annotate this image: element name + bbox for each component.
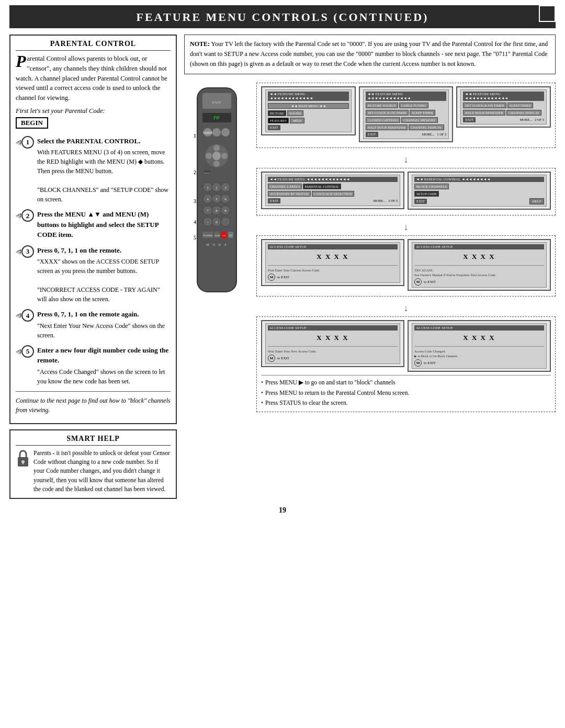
divider [16, 391, 171, 392]
svg-text:8: 8 [216, 209, 218, 213]
svg-text:O: O [213, 243, 216, 246]
tv-f2-row1: SET CLOCK & ON TIMER SLEEP TIMER [463, 103, 544, 108]
screen-row-3: ACCESS CODE SETUP X X X X First Enter Yo… [261, 239, 551, 291]
smart-help-icon [16, 449, 30, 494]
tv-menu-bar-3: ◄◄ FEATURE MENU ◄◄◄◄◄◄◄◄◄◄◄◄ [463, 92, 544, 101]
step2-title: Press the MENU ▲▼ and MENU (M) buttons t… [37, 209, 171, 240]
tv-feature-row-1: PICTURE SOURCE CABLE TUNING [366, 103, 447, 108]
svg-text:7: 7 [207, 209, 209, 213]
step1-circle: 1 [21, 136, 34, 149]
page-header: Feature Menu Controls (Continued) [9, 5, 556, 28]
bullet-1: • Press MENU ▶ to go on and start to "bl… [261, 378, 551, 388]
tv-bottom-row-1: M to EXIT [268, 274, 398, 281]
remote-control-area: RATE PIP TIMER [184, 83, 252, 304]
screen-7-wrap: ACCESS CODE SETUP X X X X TRY AGAIN.See … [408, 239, 551, 291]
step1-details: With FEATURES MENU (3 of 4) on screen, m… [37, 147, 171, 204]
tv-more-2: MORE... 2 OF 5 [519, 118, 544, 121]
tv-exit-3: EXIT [463, 117, 476, 122]
step4-details: "Next Enter Your New Access Code" shows … [37, 321, 171, 340]
svg-text:2: 2 [194, 169, 196, 175]
screens-column: ◄◄ FEATURE MENU ◄◄◄◄◄◄◄◄◄◄◄◄ ◄◄ MAIN MEN… [256, 83, 556, 415]
dashed-row-1: ◄◄ FEATURE MENU ◄◄◄◄◄◄◄◄◄◄◄◄ ◄◄ MAIN MEN… [256, 83, 556, 148]
svg-text:4: 4 [194, 219, 196, 225]
diagram-section: RATE PIP TIMER [184, 83, 556, 415]
smart-help-box: Smart Help Parents - it isn't possible t… [9, 429, 177, 499]
tv-btn-ch-labels: CHANNEL LABELS [268, 184, 302, 189]
step1-title: Select the PARENTAL CONTROL. [37, 136, 171, 146]
svg-text:0: 0 [216, 220, 218, 224]
step5-content: Enter a new four digit number code using… [37, 345, 171, 386]
tv-btn-help: HELP [290, 118, 304, 123]
step-1: ◁ 1 Select the PARENTAL CONTROL. With FE… [16, 136, 171, 204]
parental-box-title: PARENTAL CONTROL [16, 40, 171, 51]
tv-screen-4: ◄◄ FEATURE MENU ◄◄◄◄◄◄◄◄◄◄◄◄ CHANNEL LAB… [261, 172, 404, 209]
tv-bottom-row-4: M to EXIT [414, 359, 544, 367]
tv-btn-features: FEATURES [268, 118, 289, 123]
tv-to-exit-2: to EXIT [424, 280, 436, 284]
step4-circle: 4 [21, 309, 34, 322]
tv-to-exit-1: to EXIT [277, 275, 289, 279]
step5-details: "Access Code Changed" shows on the scree… [37, 367, 171, 386]
svg-text:1: 1 [207, 186, 209, 190]
screen-9-wrap: ACCESS CODE SETUP X X X X Access Code Ch… [408, 320, 551, 372]
tv-btn-half-hr: HALF HOUR REMINDER [366, 124, 408, 130]
tv-screen-4-inner: ◄◄ FEATURE MENU ◄◄◄◄◄◄◄◄◄◄◄◄ CHANNEL LAB… [265, 175, 400, 206]
parental-control-box: PARENTAL CONTROL P arental Control allow… [9, 35, 177, 424]
tv-btn-row-1: PICTURE SOUND [268, 110, 349, 116]
continue-text: Continue to the next page to find out ho… [16, 396, 171, 415]
page-wrapper: Feature Menu Controls (Continued) PARENT… [0, 0, 565, 728]
left-column: PARENTAL CONTROL P arental Control allow… [9, 35, 177, 499]
tv-btn-half-hr2: HALF HOUR REMINDER [463, 110, 505, 116]
dashed-row-3: ACCESS CODE SETUP X X X X First Enter Yo… [256, 235, 556, 297]
svg-text:RATE: RATE [212, 100, 221, 105]
tv-exit-4: EXIT [268, 198, 280, 203]
begin-box: BEGIN [16, 117, 48, 129]
tv-screen-2: ◄◄ FEATURE MENU ◄◄◄◄◄◄◄◄◄◄◄◄ PICTURE SOU… [359, 86, 454, 142]
tv-to-exit-3: to EXIT [277, 356, 289, 360]
right-column: NOTE: Your TV left the factory with the … [184, 35, 556, 415]
svg-text:9: 9 [224, 209, 227, 213]
tv-btn-lang: LANGUAGE SELECTION [312, 191, 354, 197]
svg-point-13 [213, 145, 220, 151]
svg-text:VCR: VCR [214, 234, 220, 237]
tv-exit-5: EXIT [414, 199, 427, 204]
smart-help-title: Smart Help [16, 435, 171, 446]
tv-bottom-row-2: M to EXIT [414, 278, 544, 286]
step4-title: Press 0, 7, 1, 1 on the remote again. [37, 309, 171, 320]
tv-exit-1: EXIT [268, 125, 280, 130]
parental-intro-content: arental Control allows parents to block … [16, 55, 167, 101]
tv-access-bar-4: ACCESS CODE SETUP [414, 325, 544, 331]
svg-text:3: 3 [194, 198, 196, 204]
tv-xxxx-2: X X X X [414, 253, 544, 261]
svg-point-10 [212, 128, 221, 136]
tv-screen-8: ACCESS CODE SETUP X X X X Next Enter You… [261, 320, 404, 367]
bullet-text-2: Press MENU to return to the Parental Con… [265, 388, 409, 399]
bullet-dot-1: • [261, 378, 263, 388]
tv-xxxx-4: X X X X [414, 334, 544, 342]
svg-rect-2 [22, 462, 24, 464]
tv-btn-ch-disp: CHANNEL DISPLAY [409, 124, 444, 130]
screen-8-wrap: ACCESS CODE SETUP X X X X Next Enter You… [261, 320, 404, 372]
svg-text:5: 5 [216, 197, 218, 201]
screen-row-4: ACCESS CODE SETUP X X X X Next Enter You… [261, 320, 551, 372]
svg-text:2: 2 [216, 186, 218, 190]
tv-btn-ch-mem: CHANNEL MEMORY [401, 117, 437, 123]
tv-screen-7-inner: ACCESS CODE SETUP X X X X TRY AGAIN.See … [412, 242, 547, 288]
step5-circle: 5 [21, 345, 34, 358]
tv-bottom-row-3: M to EXIT [268, 355, 398, 362]
bullet-text-3: Press STATUS to clear the screen. [265, 398, 348, 408]
padlock-icon [16, 449, 30, 468]
svg-text:DVD: DVD [205, 172, 210, 175]
svg-text:E: E [224, 243, 227, 246]
tv-btn-picture-src: PICTURE SOURCE [366, 103, 398, 108]
svg-point-15 [206, 153, 212, 159]
tv-pc-row2: SETUP CODE [414, 191, 544, 197]
tv-feature-row-3: CLOSED CAPTIONS CHANNEL MEMORY [366, 117, 447, 123]
tv-screen-1: ◄◄ FEATURE MENU ◄◄◄◄◄◄◄◄◄◄◄◄ ◄◄ MAIN MEN… [261, 86, 356, 135]
step4-content: Press 0, 7, 1, 1 on the remote again. "N… [37, 309, 171, 340]
tv-f3-row1: CHANNEL LABELS PARENTAL CONTROL [268, 184, 398, 189]
svg-text:5: 5 [194, 235, 196, 241]
tv-xxxx-3: X X X X [268, 334, 398, 342]
tv-screen-5-inner: ◄◄ PARENTAL CONTROL ◄◄◄◄◄◄◄◄ BLOCK CHANN… [412, 175, 547, 207]
note-text: Your TV left the factory with the Parent… [190, 40, 548, 67]
